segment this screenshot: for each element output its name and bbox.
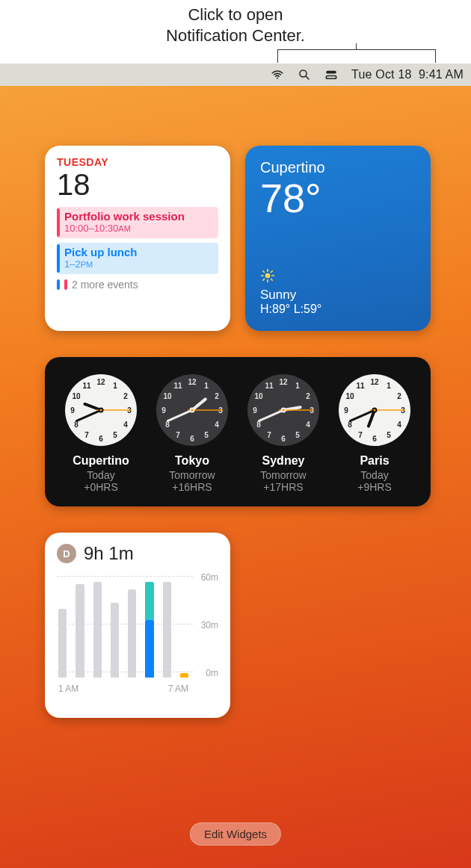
svg-text:2: 2 bbox=[397, 392, 401, 400]
svg-text:1: 1 bbox=[204, 382, 209, 390]
screen-time-bar bbox=[179, 576, 190, 678]
calendar-day-name: TUESDAY bbox=[57, 156, 218, 168]
svg-text:12: 12 bbox=[188, 378, 197, 386]
svg-line-13 bbox=[271, 271, 273, 273]
clock-relative-day: Tomorrow bbox=[238, 469, 328, 481]
svg-line-10 bbox=[263, 271, 265, 273]
svg-text:1: 1 bbox=[387, 382, 391, 390]
screen-time-bar bbox=[161, 576, 173, 678]
svg-text:1: 1 bbox=[113, 382, 117, 390]
svg-text:2: 2 bbox=[215, 392, 219, 400]
menu-bar: Tue Oct 18 9:41 AM bbox=[0, 63, 471, 86]
svg-text:4: 4 bbox=[306, 421, 310, 429]
screen-time-badge: D bbox=[57, 544, 76, 563]
svg-line-12 bbox=[263, 279, 265, 281]
svg-text:2: 2 bbox=[306, 392, 310, 400]
clock-item: 123456789101112 Paris Today +9HRS bbox=[330, 373, 419, 493]
svg-text:1: 1 bbox=[295, 382, 300, 390]
svg-text:9: 9 bbox=[344, 406, 348, 415]
weather-hi-lo: H:89° L:59° bbox=[260, 303, 321, 316]
clock-city: Tokyo bbox=[147, 454, 237, 468]
svg-text:5: 5 bbox=[204, 431, 209, 439]
callout-annotation: Click to open Notification Center. bbox=[0, 0, 471, 63]
svg-point-85 bbox=[373, 409, 375, 411]
screen-time-chart: 60m 30m 0m 1 AM 7 AM bbox=[57, 574, 218, 694]
svg-point-67 bbox=[282, 409, 284, 411]
screen-time-bar bbox=[74, 576, 85, 678]
clock-item: 123456789101112 Tokyo Tomorrow +16HRS bbox=[147, 373, 237, 493]
svg-text:12: 12 bbox=[279, 378, 288, 386]
svg-text:6: 6 bbox=[281, 435, 286, 443]
clock-face-icon: 123456789101112 bbox=[247, 373, 320, 447]
calendar-widget[interactable]: TUESDAY 18 Portfolio work session 10:00–… bbox=[45, 146, 230, 331]
calendar-more-events: 2 more events bbox=[57, 279, 218, 291]
wifi-icon[interactable] bbox=[271, 68, 284, 81]
svg-point-1 bbox=[300, 70, 307, 77]
clock-relative-day: Tomorrow bbox=[147, 469, 237, 481]
clock-offset: +9HRS bbox=[330, 481, 419, 493]
callout-text: Click to open Notification Center. bbox=[166, 4, 305, 46]
calendar-day-number: 18 bbox=[57, 170, 218, 199]
screen-time-bar bbox=[109, 576, 120, 678]
clock-offset: +17HRS bbox=[238, 481, 328, 493]
screen-time-widget[interactable]: D 9h 1m 60m 30m 0m 1 AM 7 AM bbox=[45, 533, 230, 718]
screen-time-bar bbox=[126, 576, 138, 678]
screen-time-bar bbox=[57, 576, 68, 678]
svg-text:9: 9 bbox=[70, 406, 75, 415]
svg-text:7: 7 bbox=[358, 431, 363, 439]
svg-text:2: 2 bbox=[123, 392, 128, 400]
svg-text:4: 4 bbox=[123, 421, 128, 429]
svg-rect-3 bbox=[326, 71, 336, 74]
clock-item: 123456789101112 Cupertino Today +0HRS bbox=[56, 373, 146, 493]
calendar-event: Pick up lunch 1–2PM bbox=[57, 243, 218, 274]
svg-text:9: 9 bbox=[253, 406, 257, 415]
spotlight-search-icon[interactable] bbox=[298, 68, 311, 81]
clock-face-icon: 123456789101112 bbox=[156, 373, 229, 447]
menu-bar-clock[interactable]: Tue Oct 18 9:41 AM bbox=[351, 68, 464, 81]
svg-text:7: 7 bbox=[267, 431, 271, 439]
svg-point-0 bbox=[277, 78, 278, 79]
weather-widget[interactable]: Cupertino 78° Sunny bbox=[245, 146, 431, 331]
clock-offset: +16HRS bbox=[147, 481, 237, 493]
svg-text:4: 4 bbox=[397, 421, 401, 429]
svg-text:5: 5 bbox=[113, 431, 117, 439]
svg-text:4: 4 bbox=[215, 421, 219, 429]
svg-point-49 bbox=[191, 409, 193, 411]
svg-text:9: 9 bbox=[161, 406, 166, 415]
svg-text:6: 6 bbox=[190, 435, 194, 443]
clock-relative-day: Today bbox=[56, 469, 146, 481]
svg-point-5 bbox=[265, 273, 271, 279]
weather-temperature: 78° bbox=[260, 178, 416, 218]
clock-offset: +0HRS bbox=[56, 481, 146, 493]
edit-widgets-button[interactable]: Edit Widgets bbox=[190, 822, 281, 846]
svg-line-11 bbox=[271, 279, 273, 281]
svg-text:12: 12 bbox=[96, 378, 105, 386]
svg-text:11: 11 bbox=[356, 382, 365, 390]
clock-relative-day: Today bbox=[330, 469, 419, 481]
svg-text:7: 7 bbox=[84, 431, 89, 439]
svg-text:11: 11 bbox=[173, 382, 182, 390]
clock-city: Cupertino bbox=[56, 454, 146, 468]
weather-city: Cupertino bbox=[260, 159, 416, 176]
svg-text:12: 12 bbox=[370, 378, 379, 386]
svg-text:6: 6 bbox=[99, 435, 103, 443]
sun-icon bbox=[260, 268, 275, 283]
svg-text:5: 5 bbox=[387, 431, 391, 439]
svg-text:10: 10 bbox=[164, 392, 173, 400]
svg-text:7: 7 bbox=[176, 431, 180, 439]
world-clock-widget[interactable]: 123456789101112 Cupertino Today +0HRS 12… bbox=[45, 357, 431, 506]
svg-text:5: 5 bbox=[295, 431, 300, 439]
calendar-event: Portfolio work session 10:00–10:30AM bbox=[57, 207, 218, 238]
clock-face-icon: 123456789101112 bbox=[338, 373, 411, 447]
notification-center: TUESDAY 18 Portfolio work session 10:00–… bbox=[0, 86, 471, 868]
svg-rect-4 bbox=[326, 76, 336, 79]
svg-line-2 bbox=[306, 76, 309, 79]
screen-time-bar bbox=[92, 576, 103, 678]
svg-text:10: 10 bbox=[346, 392, 355, 400]
clock-item: 123456789101112 Sydney Tomorrow +17HRS bbox=[238, 373, 328, 493]
svg-text:6: 6 bbox=[372, 435, 377, 443]
control-center-icon[interactable] bbox=[324, 68, 338, 81]
clock-face-icon: 123456789101112 bbox=[64, 373, 138, 447]
svg-text:10: 10 bbox=[73, 392, 81, 400]
svg-text:10: 10 bbox=[255, 392, 264, 400]
